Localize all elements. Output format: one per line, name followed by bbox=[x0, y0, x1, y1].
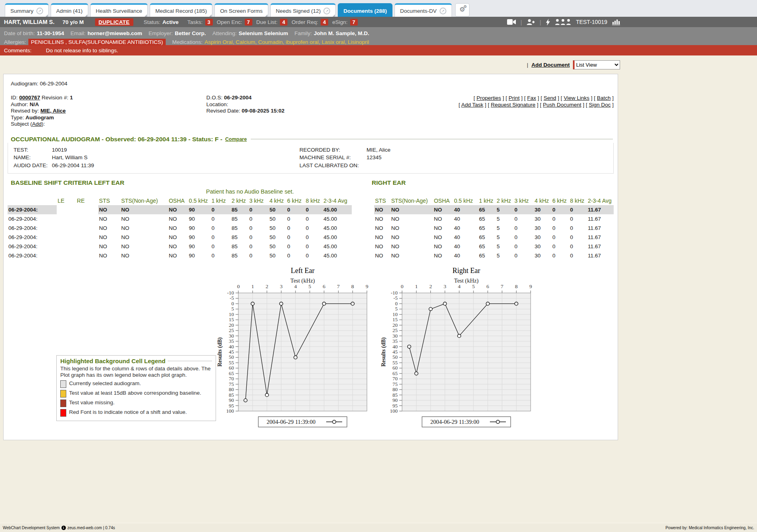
right-ear-cell: 40 bbox=[453, 242, 478, 251]
counter-badge[interactable]: 7 bbox=[350, 19, 358, 26]
right-ear-cell: 40 bbox=[453, 233, 478, 242]
svg-text:6: 6 bbox=[486, 283, 489, 289]
demographic-pair: Email:horner@mieweb.com bbox=[71, 30, 142, 36]
add-task-link[interactable]: Add Task bbox=[461, 102, 483, 108]
row-date: 06-29-2004: bbox=[8, 214, 57, 223]
left-ear-cell bbox=[57, 233, 76, 242]
counter-badge[interactable]: 3 bbox=[205, 19, 213, 26]
properties-link[interactable]: Properties bbox=[476, 95, 501, 101]
right-ear-cell: 0 bbox=[514, 214, 534, 223]
right-ear-cell: 0 bbox=[514, 205, 534, 214]
counter-badge[interactable]: 4 bbox=[280, 19, 287, 26]
push-document-link[interactable]: Push Document bbox=[543, 102, 581, 108]
svg-text:2: 2 bbox=[266, 283, 268, 289]
demographic-pair: Date of birth:11-30-1954 bbox=[4, 30, 64, 36]
right-ear-cell: NO bbox=[374, 223, 390, 233]
tab-summary[interactable]: Summary↗ bbox=[5, 3, 49, 17]
view-links-link[interactable]: View Links bbox=[564, 95, 589, 101]
revised-by-link[interactable]: MIE, Alice bbox=[40, 108, 65, 114]
tab-health-surveillance[interactable]: Health Surveillance bbox=[90, 3, 148, 17]
audiogram-row[interactable]: 06-29-2004:NONONO900850500045.00NONONO40… bbox=[8, 233, 614, 242]
toolbar-divider: | bbox=[527, 62, 528, 68]
svg-text:0: 0 bbox=[237, 283, 240, 289]
external-link-icon[interactable]: ↗ bbox=[36, 8, 43, 14]
demographic-label: Date of birth: bbox=[4, 30, 35, 36]
duplicate-badge[interactable]: DUPLICATE bbox=[95, 18, 133, 26]
footer-left: WebChart Development System i zeus.med-w… bbox=[3, 526, 115, 530]
left-ear-cell: 50 bbox=[269, 242, 286, 251]
info-label: AUDIO DATE: bbox=[14, 162, 52, 170]
medication-link[interactable]: Calcium bbox=[236, 39, 255, 45]
external-link-icon[interactable]: ↗ bbox=[323, 8, 330, 14]
external-link-icon[interactable]: ↗ bbox=[440, 8, 446, 14]
right-ear-cell: 0 bbox=[551, 233, 569, 242]
video-call-icon[interactable] bbox=[507, 19, 516, 25]
tab-medical-record-185[interactable]: Medical Record (185) bbox=[150, 3, 212, 17]
right-ear-cell: NO bbox=[433, 214, 453, 223]
counter-badge[interactable]: 4 bbox=[321, 19, 328, 26]
add-document-link[interactable]: Add Document bbox=[531, 62, 570, 68]
subject-add-link[interactable]: Add bbox=[32, 121, 42, 127]
patient-info-rows: Date of birth:11-30-1954Email:horner@mie… bbox=[0, 27, 757, 45]
audiogram-row[interactable]: 06-29-2004:NONONO900850500045.00NONONO40… bbox=[8, 223, 614, 233]
compare-link[interactable]: Compare bbox=[225, 136, 247, 142]
info-line: LAST CALIBRATED ON: bbox=[299, 162, 390, 170]
svg-text:100: 100 bbox=[226, 408, 234, 414]
right-ear-cell: 5 bbox=[496, 205, 513, 214]
document-actions-row1: [ Properties ] [ Print ] [ Fax ] [ Send … bbox=[458, 95, 614, 101]
add-user-icon[interactable] bbox=[527, 19, 535, 25]
tab-admin-41[interactable]: Admin (41) bbox=[51, 3, 88, 17]
right-ear-cell: 65 bbox=[478, 233, 496, 242]
medication-link[interactable]: Lasix oral bbox=[322, 39, 345, 45]
fax-link[interactable]: Fax bbox=[527, 95, 536, 101]
left-ear-cell bbox=[57, 214, 76, 223]
document-id-link[interactable]: 0000767 bbox=[19, 95, 40, 101]
column-header: STS bbox=[374, 196, 390, 205]
right-ear-cell: 0 bbox=[551, 223, 569, 233]
footer-host: zeus.med-web.com | 0.74s bbox=[67, 526, 115, 530]
bolt-icon[interactable] bbox=[546, 19, 550, 26]
right-ear-cell: 0 bbox=[551, 205, 569, 214]
right-ear-cell: NO bbox=[374, 214, 390, 223]
column-header: RE bbox=[76, 196, 99, 205]
settings-gear-button[interactable]: ⚙ ⚙ bbox=[455, 3, 470, 17]
print-link[interactable]: Print bbox=[509, 95, 520, 101]
comments-text: Do not release info to siblings. bbox=[46, 47, 118, 53]
batch-link[interactable]: Batch bbox=[597, 95, 611, 101]
counter-order-req: Order Req:4 bbox=[291, 19, 328, 26]
audiogram-row[interactable]: 06-29-2004:NONONO900850500045.00NONONO40… bbox=[8, 251, 614, 260]
tab-needs-signed-12[interactable]: Needs Signed (12)↗ bbox=[270, 3, 336, 17]
counter-badge[interactable]: 7 bbox=[245, 19, 252, 26]
audiogram-row[interactable]: 06-29-2004:NONONO900850500045.00NONONO40… bbox=[8, 205, 614, 214]
allergies-badge[interactable]: PENICILLINS , SULFA(SULFONAMIDE ANTIBIOT… bbox=[28, 39, 166, 45]
demographic-value: 11-30-1954 bbox=[37, 30, 64, 36]
request-signature-link[interactable]: Request Signature bbox=[491, 102, 535, 108]
row-date: 06-29-2004: bbox=[8, 233, 57, 242]
medication-link[interactable]: Coumadin bbox=[258, 39, 283, 45]
medication-link[interactable]: ibuprofen oral bbox=[286, 39, 319, 45]
patient-group-icon[interactable] bbox=[555, 19, 571, 25]
audiogram-row[interactable]: 06-29-2004:NONONO900850500045.00NONONO40… bbox=[8, 214, 614, 223]
cell-legend-header: Highlighted Background Cell Legend bbox=[60, 358, 212, 364]
document-card: Audiogram: 06-29-2004 ID: 0000767 Revisi… bbox=[3, 74, 618, 440]
left-ear-cell: NO bbox=[168, 251, 188, 260]
tab-documents-288[interactable]: Documents (288) bbox=[338, 3, 392, 17]
info-icon[interactable]: i bbox=[61, 526, 66, 530]
medication-link[interactable]: Lisinopril bbox=[348, 39, 369, 45]
audiogram-row[interactable]: 06-29-2004:NONONO900850500045.00NONONO40… bbox=[8, 242, 614, 251]
demographic-label: Employer: bbox=[149, 30, 173, 36]
cell-legend-box: Highlighted Background Cell Legend This … bbox=[56, 355, 216, 421]
right-ear-cell: NO bbox=[390, 242, 433, 251]
svg-text:4: 4 bbox=[294, 283, 297, 289]
left-ear-cell: 0 bbox=[305, 242, 323, 251]
left-ear-cell bbox=[76, 251, 99, 260]
stats-chart-icon[interactable] bbox=[612, 19, 620, 25]
left-ear-cell bbox=[76, 214, 99, 223]
medication-link[interactable]: Aspirin Oral bbox=[204, 39, 233, 45]
tab-on-screen-forms[interactable]: On Screen Forms bbox=[214, 3, 268, 17]
left-ear-cell: NO bbox=[121, 223, 168, 233]
view-mode-select[interactable]: List View bbox=[573, 60, 620, 69]
send-link[interactable]: Send bbox=[544, 95, 557, 101]
sign-doc-link[interactable]: Sign Doc bbox=[589, 102, 611, 108]
tab-documents-dv[interactable]: Documents-DV↗ bbox=[394, 3, 452, 17]
